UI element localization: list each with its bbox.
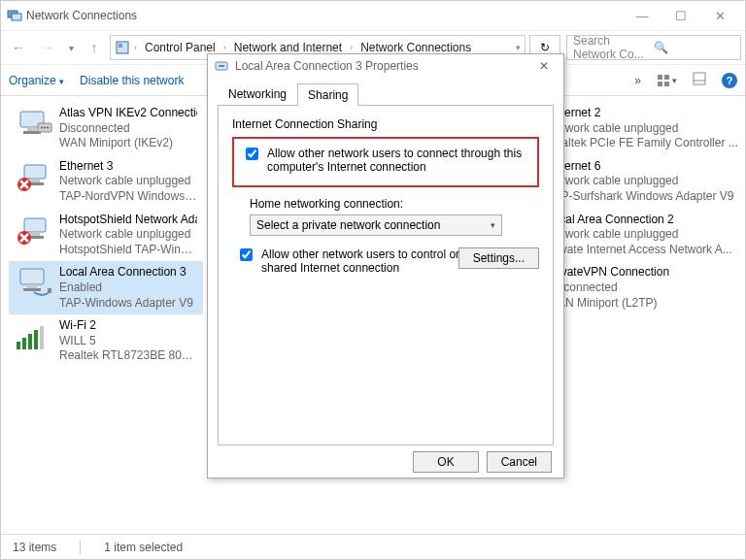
connections-column-right: Ethernet 2Network cable unpluggedRealtek… bbox=[541, 96, 745, 534]
connection-device: TAP-Windows Adapter V9 bbox=[59, 296, 193, 312]
svg-rect-18 bbox=[30, 179, 40, 182]
svg-rect-32 bbox=[34, 330, 38, 349]
search-placeholder: Search Network Co... bbox=[573, 34, 654, 61]
svg-rect-5 bbox=[664, 75, 669, 80]
home-connection-value: Select a private network connection bbox=[256, 218, 440, 232]
back-button[interactable]: ← bbox=[5, 34, 32, 61]
adapter-icon bbox=[15, 265, 53, 300]
connection-name: Wi-Fi 2 bbox=[59, 318, 197, 334]
tab-networking[interactable]: Networking bbox=[218, 82, 297, 105]
svg-point-16 bbox=[47, 127, 49, 129]
view-dropdown[interactable]: ▾ bbox=[657, 74, 677, 87]
adapter-icon bbox=[15, 213, 53, 247]
connection-device: WAN Miniport (L2TP) bbox=[547, 296, 669, 312]
help-button[interactable]: ? bbox=[722, 73, 737, 88]
connection-device: Realtek PCIe FE Family Controller ... bbox=[547, 136, 738, 151]
ok-button[interactable]: OK bbox=[413, 451, 478, 473]
connection-device: Realtek RTL8723BE 802.11 bg bbox=[59, 348, 197, 364]
svg-rect-22 bbox=[30, 232, 40, 236]
connection-status: Network cable unplugged bbox=[547, 174, 734, 189]
organize-menu[interactable]: Organize ▾ bbox=[9, 74, 64, 87]
overflow-button[interactable]: » bbox=[634, 74, 641, 87]
chevron-right-icon: › bbox=[223, 43, 226, 52]
network-connections-icon bbox=[7, 8, 22, 23]
connection-item[interactable]: Ethernet 2Network cable unpluggedRealtek… bbox=[541, 102, 745, 155]
svg-rect-31 bbox=[28, 334, 32, 349]
connection-item[interactable]: Local Area Connection 3EnabledTAP-Window… bbox=[9, 261, 203, 314]
forward-button[interactable]: → bbox=[34, 34, 61, 61]
details-pane-button[interactable] bbox=[693, 72, 706, 88]
dialog-close-button[interactable]: ✕ bbox=[530, 59, 558, 73]
connection-item[interactable]: Wi-Fi 2WILL 5Realtek RTL8723BE 802.11 bg bbox=[9, 314, 203, 368]
item-count: 13 items bbox=[13, 541, 56, 554]
divider bbox=[80, 541, 81, 554]
titlebar: Network Connections — ☐ ✕ bbox=[1, 1, 745, 30]
svg-point-14 bbox=[41, 127, 43, 129]
search-input[interactable]: Search Network Co... 🔍 bbox=[566, 35, 741, 60]
chevron-right-icon: › bbox=[134, 43, 137, 52]
svg-rect-33 bbox=[40, 326, 44, 349]
connection-item[interactable]: PrivateVPN ConnectionDisconnectedWAN Min… bbox=[541, 261, 745, 314]
connection-item[interactable]: HotspotShield Network AdaNetwork cable u… bbox=[9, 209, 203, 262]
svg-rect-6 bbox=[658, 82, 662, 86]
svg-rect-4 bbox=[658, 75, 662, 80]
sharing-tab-panel: Internet Connection Sharing Allow other … bbox=[218, 106, 554, 445]
svg-rect-7 bbox=[664, 82, 669, 86]
chevron-right-icon: › bbox=[350, 43, 353, 52]
selected-count: 1 item selected bbox=[104, 541, 183, 554]
adapter-icon bbox=[15, 106, 53, 141]
chevron-down-icon: ▾ bbox=[491, 220, 495, 230]
maximize-button[interactable]: ☐ bbox=[661, 9, 700, 23]
connection-device: TAP-NordVPN Windows Ad bbox=[59, 189, 197, 205]
window-title: Network Connections bbox=[22, 9, 623, 22]
dialog-buttons: OK Cancel bbox=[208, 445, 563, 478]
allow-connect-row[interactable]: Allow other network users to connect thr… bbox=[242, 147, 533, 174]
svg-rect-26 bbox=[27, 284, 37, 288]
connection-status: Disconnected bbox=[547, 280, 669, 296]
svg-rect-29 bbox=[17, 342, 20, 349]
close-button[interactable]: ✕ bbox=[700, 9, 739, 23]
connection-name: Local Area Connection 3 bbox=[59, 265, 193, 280]
svg-rect-11 bbox=[27, 127, 37, 131]
chevron-down-icon[interactable]: ▾ bbox=[516, 43, 521, 52]
history-dropdown[interactable]: ▾ bbox=[63, 34, 79, 61]
connection-item[interactable]: Atlas VPN IKEv2 ConnectionDisconnectedWA… bbox=[9, 102, 203, 155]
connection-status: Network cable unplugged bbox=[547, 227, 732, 243]
allow-connect-checkbox[interactable] bbox=[246, 148, 258, 160]
connection-device: TAP-Surfshark Windows Adapter V9 bbox=[547, 189, 734, 205]
connection-name: HotspotShield Network Ada bbox=[59, 213, 197, 228]
connection-item[interactable]: Ethernet 6Network cable unpluggedTAP-Sur… bbox=[541, 155, 745, 209]
dialog-titlebar: Local Area Connection 3 Properties ✕ bbox=[208, 54, 563, 77]
connection-device: HotspotShield TAP-Windows bbox=[59, 243, 197, 258]
properties-dialog: Local Area Connection 3 Properties ✕ Net… bbox=[207, 53, 564, 478]
svg-rect-8 bbox=[694, 73, 705, 84]
svg-rect-17 bbox=[24, 165, 46, 179]
allow-connect-label: Allow other network users to connect thr… bbox=[267, 147, 533, 174]
connection-item[interactable]: Local Area Connection 2Network cable unp… bbox=[541, 209, 745, 262]
connection-name: Ethernet 3 bbox=[59, 159, 197, 175]
settings-button[interactable]: Settings... bbox=[458, 247, 539, 269]
connection-status: Network cable unplugged bbox=[59, 174, 197, 189]
home-connection-select[interactable]: Select a private network connection ▾ bbox=[250, 214, 502, 236]
cp-icon bbox=[115, 40, 130, 55]
up-button[interactable]: ↑ bbox=[81, 34, 108, 61]
connection-name: Atlas VPN IKEv2 Connection bbox=[59, 106, 197, 121]
nic-icon bbox=[214, 58, 229, 74]
highlighted-option: Allow other network users to connect thr… bbox=[232, 137, 539, 187]
home-connection-label: Home networking connection: bbox=[250, 197, 539, 211]
cancel-button[interactable]: Cancel bbox=[487, 451, 552, 473]
connection-name: Local Area Connection 2 bbox=[547, 213, 732, 228]
tab-sharing[interactable]: Sharing bbox=[297, 83, 358, 106]
dialog-title: Local Area Connection 3 Properties bbox=[229, 59, 530, 73]
connection-item[interactable]: Ethernet 3Network cable unpluggedTAP-Nor… bbox=[9, 155, 203, 209]
dialog-tabs: Networking Sharing bbox=[218, 82, 554, 106]
disable-device-button[interactable]: Disable this network bbox=[80, 74, 184, 87]
search-icon: 🔍 bbox=[654, 41, 734, 54]
adapter-icon bbox=[15, 318, 53, 353]
minimize-button[interactable]: — bbox=[623, 9, 661, 23]
svg-rect-3 bbox=[119, 44, 122, 48]
allow-control-checkbox[interactable] bbox=[240, 248, 253, 261]
svg-rect-35 bbox=[219, 65, 224, 67]
svg-rect-30 bbox=[22, 338, 26, 349]
connection-name: Ethernet 2 bbox=[547, 106, 738, 121]
